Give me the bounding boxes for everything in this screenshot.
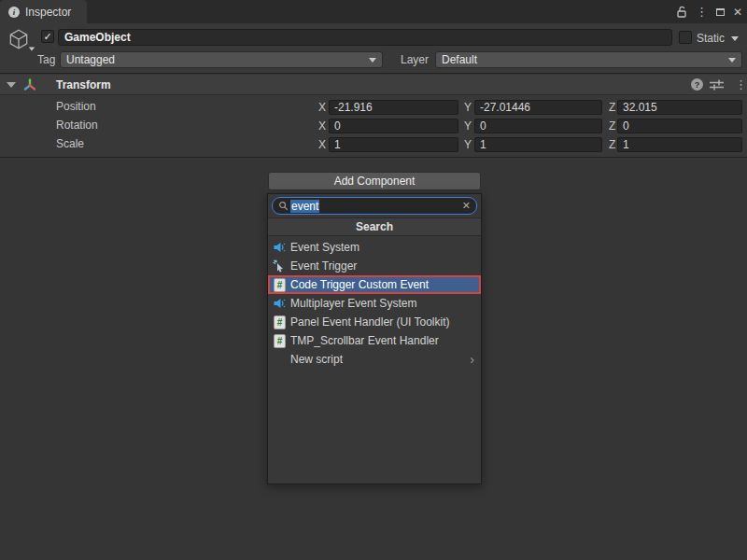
component-item-label: TMP_Scrollbar Event Handler [290, 334, 439, 347]
component-search-input[interactable]: event ✕ [272, 197, 477, 215]
axis-y-label: Y [464, 119, 472, 133]
search-header-label: Search [356, 220, 393, 233]
component-item[interactable]: # Panel Event Handler (UI Toolkit) [268, 313, 481, 331]
position-label: Position [56, 100, 96, 113]
tag-label: Tag [37, 53, 55, 66]
search-text-selected: event [290, 200, 319, 213]
axis-x-label: X [318, 100, 326, 115]
static-label: Static [697, 32, 725, 45]
csharp-script-icon: # [273, 278, 286, 292]
component-item-label: Code Trigger Custom Event [290, 278, 429, 291]
tab-label: Inspector [25, 6, 71, 19]
layer-caret-icon [728, 58, 736, 63]
layer-value: Default [442, 53, 728, 66]
rotation-label: Rotation [56, 119, 98, 132]
axis-z-label: Z [609, 119, 615, 133]
axis-y-label: Y [464, 100, 472, 115]
component-item[interactable]: # TMP_Scrollbar Event Handler [268, 331, 481, 350]
scale-z-input[interactable] [617, 137, 742, 152]
axis-x-label: X [318, 119, 326, 133]
tag-caret-icon [369, 58, 376, 63]
gameobject-cube-icon[interactable] [7, 27, 31, 54]
add-component-popup: event ✕ Search Event System Event Trigge… [267, 193, 482, 484]
rotation-x-input[interactable] [329, 119, 458, 133]
csharp-script-icon: # [273, 334, 286, 348]
component-item-new-script[interactable]: New script › [268, 350, 481, 369]
event-trigger-icon [273, 259, 286, 273]
gameobject-name-input[interactable] [58, 29, 672, 46]
gameobject-header: ✓ Static Tag Untagged Layer Default [0, 23, 747, 74]
rotation-y-input[interactable] [474, 119, 602, 133]
svg-text:#: # [276, 336, 282, 346]
scale-label: Scale [56, 137, 84, 150]
presets-icon[interactable] [710, 79, 724, 93]
lock-icon[interactable] [676, 6, 687, 18]
clear-search-icon[interactable]: ✕ [462, 200, 471, 212]
add-component-button[interactable]: Add Component [268, 172, 481, 190]
search-results-header: Search [268, 217, 481, 236]
event-system-icon [273, 297, 286, 311]
title-bar: i Inspector ⋮ ✕ [0, 0, 747, 23]
component-item[interactable]: Multiplayer Event System [268, 294, 481, 313]
transform-menu-icon[interactable]: ⋮ [735, 78, 747, 91]
static-flags-caret-icon[interactable] [731, 36, 739, 41]
component-item-label: Multiplayer Event System [290, 297, 416, 310]
position-z-input[interactable] [617, 100, 742, 115]
component-item-selected[interactable]: # Code Trigger Custom Event [268, 275, 481, 294]
component-item-label: New script [290, 353, 343, 366]
event-system-icon [273, 241, 286, 255]
close-icon[interactable]: ✕ [733, 6, 742, 19]
component-item-label: Event Trigger [290, 259, 357, 273]
position-y-input[interactable] [474, 100, 602, 115]
transform-body: Position X Y Z Rotation X Y Z Scale X Y … [0, 95, 747, 158]
info-icon: i [8, 7, 20, 18]
csharp-script-icon: # [273, 315, 286, 329]
foldout-arrow-icon[interactable] [7, 82, 16, 88]
window-menu-icon[interactable]: ⋮ [696, 6, 708, 18]
axis-y-label: Y [464, 137, 472, 152]
tab-inspector[interactable]: i Inspector [0, 0, 87, 23]
component-item-label: Panel Event Handler (UI Toolkit) [290, 315, 450, 329]
icon-dropdown-caret[interactable] [29, 48, 35, 51]
axis-z-label: Z [609, 100, 615, 115]
component-item[interactable]: Event Trigger [268, 257, 481, 275]
transform-header[interactable]: Transform ? ⋮ [0, 75, 747, 95]
tag-value: Untagged [66, 53, 369, 66]
component-item[interactable]: Event System [268, 238, 481, 257]
search-icon [278, 201, 289, 211]
transform-title: Transform [56, 78, 111, 91]
active-checkbox[interactable]: ✓ [41, 30, 54, 43]
component-item-label: Event System [290, 241, 359, 254]
scale-y-input[interactable] [474, 137, 602, 152]
position-x-input[interactable] [329, 100, 458, 115]
submenu-chevron-icon: › [470, 353, 481, 366]
tag-dropdown[interactable]: Untagged [60, 51, 383, 68]
no-icon [273, 353, 286, 367]
maximize-icon[interactable] [716, 8, 725, 16]
component-list: Event System Event Trigger # Code Trigge… [268, 238, 481, 369]
transform-tool-icon [22, 77, 37, 95]
svg-text:#: # [276, 317, 282, 328]
scale-x-input[interactable] [329, 137, 458, 152]
rotation-z-input[interactable] [617, 119, 742, 133]
add-component-label: Add Component [334, 175, 416, 188]
axis-x-label: X [318, 137, 326, 152]
svg-text:#: # [276, 280, 282, 290]
layer-dropdown[interactable]: Default [435, 51, 742, 68]
help-icon[interactable]: ? [691, 78, 703, 91]
axis-z-label: Z [609, 137, 615, 152]
layer-label: Layer [401, 53, 429, 66]
static-checkbox[interactable] [679, 31, 692, 44]
